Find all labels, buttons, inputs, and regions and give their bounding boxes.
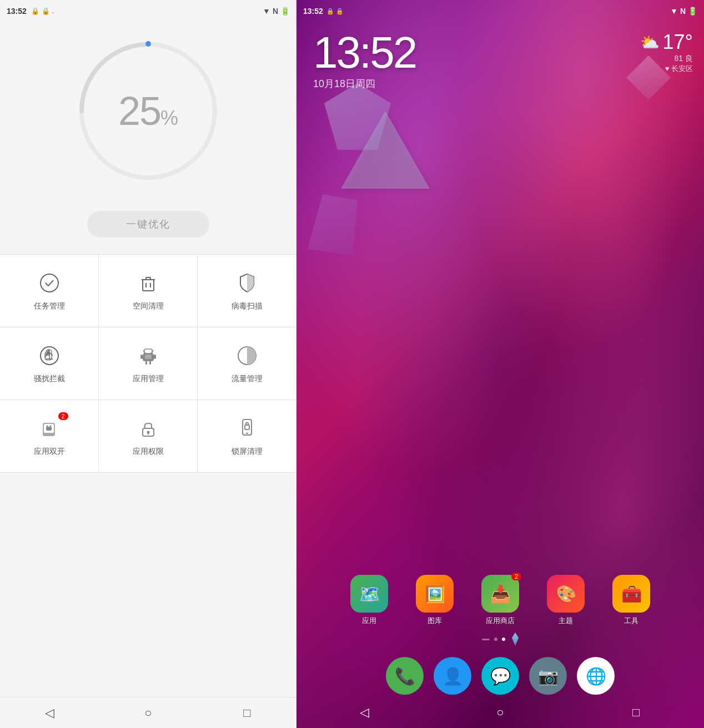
phone-lock-icon — [234, 416, 260, 441]
virus-scan-label: 病毒扫描 — [232, 301, 263, 311]
app-zhuti[interactable]: 🎨 主题 — [538, 575, 594, 626]
hand-icon — [37, 343, 62, 368]
chrome-icon: 🌐 — [586, 666, 606, 686]
clock-widget: 13:52 10月18日周四 — [313, 31, 416, 90]
status-icons-right-bar: ▼ N 🔋 — [670, 7, 697, 16]
grid-item-app-perm[interactable]: 应用权限 — [99, 400, 198, 473]
lock-clean-label: 锁屏清理 — [232, 447, 263, 457]
tuku-label: 图库 — [428, 616, 442, 626]
page-indicator-line — [482, 639, 490, 640]
dock-chrome[interactable]: 🌐 — [577, 657, 615, 695]
grid-item-traffic-mgr[interactable]: 流量管理 — [198, 327, 296, 400]
back-button-left[interactable]: ◁ — [38, 702, 61, 724]
recents-button-left[interactable]: □ — [236, 702, 258, 724]
task-mgr-label: 任务管理 — [34, 301, 65, 311]
yingyong-icon: 🗺️ — [350, 575, 388, 613]
status-time-right: 13:52 — [303, 7, 323, 16]
recents-button-right[interactable]: □ — [625, 701, 647, 724]
app-yingyongshop[interactable]: 📥 2 应用商店 — [472, 575, 528, 626]
weather-quality: 81 良 — [640, 54, 693, 64]
status-icons-right-area: ▼ N 🔋 — [263, 7, 290, 16]
page-dot-1 — [494, 638, 497, 641]
dock-row: 📞 👤 💬 📷 🌐 — [296, 657, 704, 695]
grid-item-space-clean[interactable]: 空间清理 — [99, 255, 198, 327]
dock-area: 🗺️ 应用 🖼️ 图库 📥 2 应用商店 — [296, 575, 704, 695]
yingyongshop-label: 应用商店 — [486, 616, 515, 626]
home-button-left[interactable]: ○ — [137, 702, 159, 724]
dock-messages[interactable]: 💬 — [481, 657, 519, 695]
app-gongju[interactable]: 🧰 工具 — [604, 575, 659, 626]
progress-dot — [145, 41, 151, 47]
android-badge-icon — [37, 416, 62, 441]
lock-r1: 🔒 — [326, 8, 334, 15]
network-icon-right: N — [680, 7, 686, 16]
grid-item-task-mgr[interactable]: 任务管理 — [0, 255, 99, 327]
svg-point-2 — [41, 274, 58, 292]
app-row: 🗺️ 应用 🖼️ 图库 📥 2 应用商店 — [296, 575, 704, 626]
dot-separator: . — [52, 7, 54, 15]
svg-rect-16 — [145, 361, 147, 365]
gongju-label: 工具 — [624, 616, 638, 626]
contacts-icon: 👤 — [442, 666, 463, 686]
svg-rect-14 — [140, 355, 143, 359]
bottom-nav-right: ◁ ○ □ — [296, 697, 704, 728]
optimize-button[interactable]: 一键优化 — [87, 211, 209, 237]
disturb-block-label: 骚扰拦截 — [34, 374, 65, 384]
weather-location: ♥ 长安区 — [640, 64, 693, 74]
dock-contacts[interactable]: 👤 — [434, 657, 471, 695]
phone-icon: 📞 — [395, 666, 415, 686]
grid-item-lock-clean[interactable]: 锁屏清理 — [198, 400, 296, 473]
svg-rect-15 — [154, 355, 156, 359]
status-bar-left: 13:52 🔒 🔒 . ▼ N 🔋 — [0, 0, 296, 22]
right-panel: 13:52 🔒 🔒 ▼ N 🔋 13:52 10月18日周四 ⛅ 17° 81 … — [296, 0, 704, 728]
app-perm-label: 应用权限 — [133, 447, 164, 457]
shield-icon — [234, 270, 260, 296]
grid-item-virus-scan[interactable]: 病毒扫描 — [198, 255, 296, 327]
grid-item-disturb-block[interactable]: 骚扰拦截 — [0, 327, 99, 400]
status-icons-left: 🔒 🔒 . — [31, 7, 54, 15]
bottom-nav-left: ◁ ○ □ — [0, 697, 296, 728]
svg-rect-17 — [149, 361, 151, 365]
dock-phone[interactable]: 📞 — [386, 657, 424, 695]
crystal-indicator — [512, 633, 519, 646]
wallpaper: 13:52 🔒 🔒 ▼ N 🔋 13:52 10月18日周四 ⛅ 17° 81 … — [296, 0, 704, 728]
app-tuku[interactable]: 🖼️ 图库 — [407, 575, 462, 626]
zhuti-icon: 🎨 — [547, 575, 585, 613]
back-button-right[interactable]: ◁ — [353, 701, 375, 724]
lock-icon-2: 🔒 — [42, 7, 50, 15]
battery-icon: 🔋 — [280, 7, 290, 16]
gongju-icon: 🧰 — [612, 575, 650, 613]
page-indicators — [296, 633, 704, 646]
zhuti-label: 主题 — [559, 616, 573, 626]
dock-camera[interactable]: 📷 — [529, 657, 567, 695]
progress-ring: 25 % — [71, 33, 226, 189]
camera-icon: 📷 — [538, 666, 559, 686]
traffic-mgr-label: 流量管理 — [232, 374, 263, 384]
left-panel: 13:52 🔒 🔒 . ▼ N 🔋 25 % 一键优化 — [0, 0, 296, 728]
grid-item-app-dual[interactable]: 2 应用双开 — [0, 400, 99, 473]
svg-rect-3 — [143, 280, 154, 291]
home-button-right[interactable]: ○ — [489, 701, 511, 724]
trash-icon — [135, 270, 161, 296]
clock-time: 13:52 — [313, 31, 416, 75]
wifi-icon-right: ▼ — [670, 7, 678, 16]
app-yingyong[interactable]: 🗺️ 应用 — [341, 575, 397, 626]
signal-icon: ▼ — [263, 7, 270, 16]
app-dual-badge: 2 — [58, 412, 68, 420]
yingyongshop-icon: 📥 2 — [481, 575, 519, 613]
lock-r2: 🔒 — [336, 8, 344, 15]
feature-grid: 任务管理 空间清理 — [0, 254, 296, 473]
svg-rect-33 — [245, 425, 249, 429]
android-icon — [135, 343, 161, 368]
weather-icon: ⛅ — [640, 33, 660, 52]
ring-svg — [71, 33, 226, 189]
page-dot-active — [502, 638, 505, 641]
clock-date: 10月18日周四 — [313, 77, 416, 90]
yingyong-label: 应用 — [362, 616, 376, 626]
messages-icon: 💬 — [490, 666, 511, 686]
lock-icon-1: 🔒 — [31, 7, 39, 15]
weather-temp: 17° — [663, 31, 693, 54]
weather-widget: ⛅ 17° 81 良 ♥ 长安区 — [640, 31, 693, 74]
space-clean-label: 空间清理 — [133, 301, 164, 311]
grid-item-app-mgr[interactable]: 应用管理 — [99, 327, 198, 400]
